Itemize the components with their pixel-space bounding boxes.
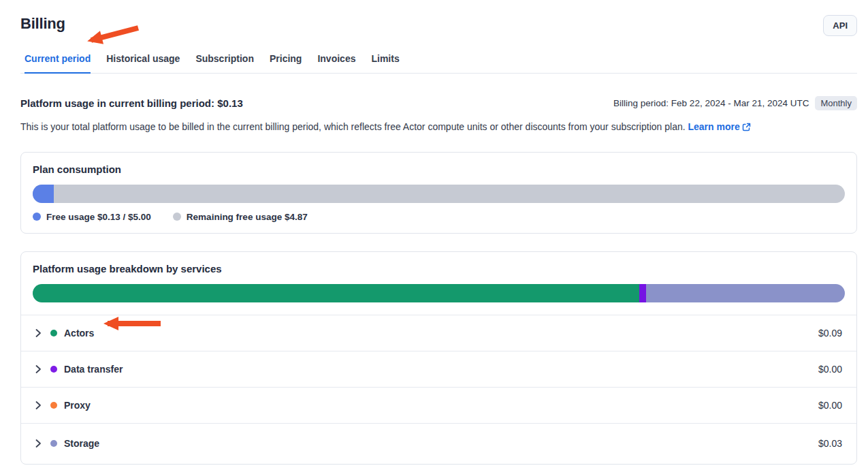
service-name: Storage [64,438,99,449]
service-row[interactable]: Data transfer $0.00 [21,351,856,387]
tab[interactable]: Invoices [317,53,355,74]
legend-item: Remaining free usage $4.87 [173,212,308,222]
service-amount: $0.00 [818,400,842,411]
chevron-right-icon[interactable] [35,439,42,448]
service-row[interactable]: Actors $0.09 [21,315,856,351]
chevron-right-icon[interactable] [35,328,42,338]
usage-bar-segment [33,284,639,302]
service-color-dot [50,402,57,409]
usage-breakdown-bar [33,284,845,302]
service-amount: $0.00 [818,364,842,375]
plan-consumption-bar [33,185,845,203]
service-name: Proxy [64,400,91,411]
service-color-dot [50,440,57,447]
service-rows: Actors $0.09 Data transfer $0.00 Proxy $… [21,315,856,464]
learn-more-label: Learn more [688,121,739,132]
billing-period-text: Billing period: Feb 22, 2024 - Mar 21, 2… [613,98,809,108]
usage-description: This is your total platform usage to be … [20,121,857,134]
plan-consumption-title: Plan consumption [33,163,845,175]
legend-dot [33,213,41,221]
usage-summary-row: Platform usage in current billing period… [20,96,857,110]
chevron-right-icon[interactable] [35,401,42,410]
service-name: Data transfer [64,364,123,375]
billing-tabs: Current periodHistorical usageSubscripti… [20,53,857,74]
service-row[interactable]: Storage $0.03 [21,423,856,464]
tab[interactable]: Subscription [195,53,254,74]
usage-bar-segment [646,284,845,302]
usage-description-text: This is your total platform usage to be … [20,121,686,132]
service-color-dot [50,330,57,336]
tab[interactable]: Historical usage [106,53,180,74]
usage-bar-segment [639,284,646,302]
tab[interactable]: Pricing [270,53,302,74]
service-name: Actors [64,328,94,339]
learn-more-link[interactable]: Learn more [688,121,750,132]
service-color-dot [50,366,57,373]
usage-breakdown-card: Platform usage breakdown by services Act… [20,251,857,465]
usage-heading: Platform usage in current billing period… [20,97,243,109]
page-title: Billing [20,15,65,33]
legend-label: Free usage $0.13 / $5.00 [46,212,151,222]
tab[interactable]: Current period [25,53,91,74]
legend-label: Remaining free usage $4.87 [187,212,308,222]
billing-period-group: Billing period: Feb 22, 2024 - Mar 21, 2… [613,96,857,110]
api-button[interactable]: API [823,15,857,36]
service-amount: $0.09 [818,328,842,339]
plan-consumption-card: Plan consumption Free usage $0.13 / $5.0… [20,152,857,234]
chevron-right-icon[interactable] [35,364,42,374]
legend-item: Free usage $0.13 / $5.00 [33,212,151,222]
external-link-icon [742,123,751,131]
tab[interactable]: Limits [371,53,399,74]
usage-breakdown-title: Platform usage breakdown by services [33,263,845,275]
page-header: Billing API [20,15,857,36]
service-row[interactable]: Proxy $0.00 [21,387,856,423]
free-usage-bar-fill [33,185,54,203]
legend-dot [173,213,181,221]
billing-cycle-badge: Monthly [815,96,857,110]
plan-consumption-legend: Free usage $0.13 / $5.00 Remaining free … [33,212,845,222]
billing-page: Billing API Current periodHistorical usa… [0,0,868,465]
service-amount: $0.03 [818,438,842,449]
